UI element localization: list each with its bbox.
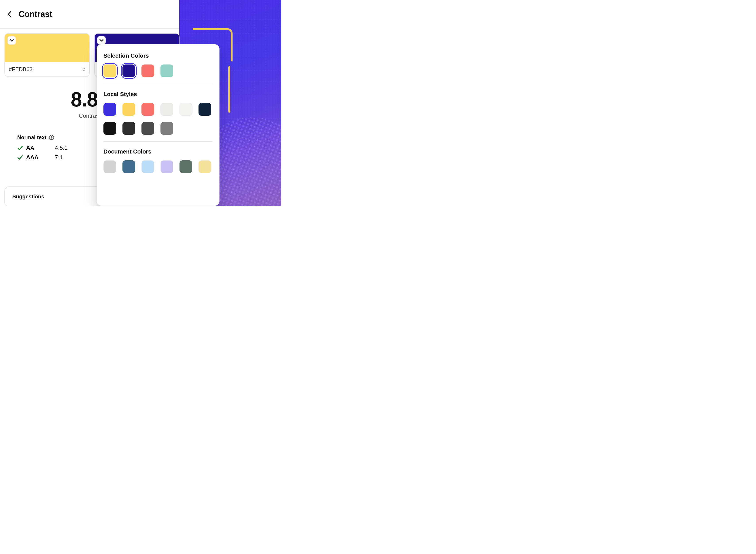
document-color-swatch[interactable] [122, 160, 135, 173]
local-style-color-swatch[interactable] [199, 103, 211, 116]
conformance-level-aaa: AAA [26, 154, 44, 161]
document-color-swatch[interactable] [180, 160, 192, 173]
document-colors-grid [103, 160, 213, 173]
check-icon [17, 145, 23, 151]
document-colors-heading: Document Colors [103, 148, 213, 155]
local-style-color-swatch[interactable] [142, 103, 154, 116]
selection-colors-heading: Selection Colors [103, 52, 213, 59]
conformance-row-aaa: AAA 7:1 [17, 154, 97, 161]
back-button[interactable] [5, 10, 14, 18]
document-color-swatch[interactable] [103, 160, 116, 173]
document-color-swatch[interactable] [199, 160, 211, 173]
foreground-swatch[interactable] [5, 34, 89, 62]
local-style-color-swatch[interactable] [142, 122, 154, 135]
selection-colors-grid [103, 64, 213, 77]
local-style-color-swatch[interactable] [122, 122, 135, 135]
chevron-down-icon [99, 39, 103, 42]
local-style-color-swatch[interactable] [103, 103, 116, 116]
chevron-down-icon [10, 39, 14, 42]
chevron-left-icon [7, 11, 12, 17]
color-picker-popover: Selection Colors Local Styles Document C… [97, 44, 219, 206]
check-icon [17, 155, 23, 160]
local-style-color-swatch[interactable] [103, 122, 116, 135]
panel-header: Contrast [0, 0, 179, 28]
artwork-stroke-vertical [229, 66, 230, 113]
selection-color-swatch[interactable] [103, 64, 116, 77]
conformance-threshold-aa: 4.5:1 [55, 145, 68, 151]
selection-color-swatch[interactable] [122, 64, 135, 77]
local-styles-grid [103, 103, 213, 135]
selection-color-swatch[interactable] [160, 64, 173, 77]
conformance-threshold-aaa: 7:1 [55, 154, 63, 161]
conformance-row-aa: AA 4.5:1 [17, 145, 97, 151]
info-icon[interactable]: ? [49, 135, 54, 140]
page-title: Contrast [18, 9, 52, 19]
foreground-hex-row: #FEDB63 [5, 62, 89, 76]
foreground-hex-stepper[interactable] [82, 67, 85, 71]
conformance-level-aa: AA [26, 145, 44, 151]
chevron-up-icon [82, 67, 85, 69]
foreground-color-card: #FEDB63 [4, 33, 90, 77]
background-picker-toggle[interactable] [97, 36, 106, 45]
normal-text-heading: Normal text [17, 134, 46, 141]
foreground-picker-toggle[interactable] [7, 36, 16, 45]
document-color-swatch[interactable] [142, 160, 154, 173]
document-color-swatch[interactable] [160, 160, 173, 173]
local-styles-heading: Local Styles [103, 91, 213, 98]
conformance-section: Normal text ? AA 4.5:1 AAA 7:1 [17, 134, 97, 163]
header-divider [0, 28, 179, 29]
local-style-color-swatch[interactable] [180, 103, 192, 116]
local-style-color-swatch[interactable] [160, 103, 173, 116]
chevron-down-icon [82, 69, 85, 71]
popover-divider [103, 84, 213, 84]
conformance-heading-row: Normal text ? [17, 134, 97, 141]
selection-color-swatch[interactable] [142, 64, 154, 77]
local-style-color-swatch[interactable] [160, 122, 173, 135]
foreground-hex-value[interactable]: #FEDB63 [9, 66, 33, 72]
local-style-color-swatch[interactable] [122, 103, 135, 116]
